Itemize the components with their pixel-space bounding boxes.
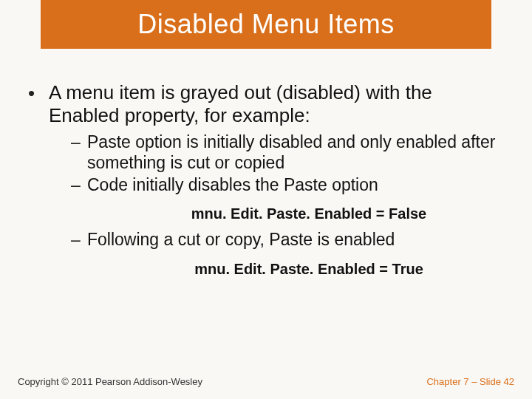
sub-item: – Code initially disables the Paste opti… (71, 175, 504, 196)
bullet-item: • A menu item is grayed out (disabled) w… (28, 81, 504, 126)
sub-text: Following a cut or copy, Paste is enable… (87, 230, 395, 250)
title-bar: Disabled Menu Items (41, 0, 491, 49)
copyright-text: Copyright © 2011 Pearson Addison-Wesley (18, 376, 202, 387)
footer: Copyright © 2011 Pearson Addison-Wesley … (18, 376, 514, 387)
sub-text: Paste option is initially disabled and o… (87, 132, 504, 173)
code-line-1: mnu. Edit. Paste. Enabled = False (71, 205, 504, 222)
slide-content: • A menu item is grayed out (disabled) w… (28, 81, 504, 285)
dash-marker: – (71, 175, 87, 196)
code-line-2: mnu. Edit. Paste. Enabled = True (71, 261, 504, 278)
slide-title: Disabled Menu Items (137, 9, 395, 40)
dash-marker: – (71, 230, 87, 250)
dash-marker: – (71, 132, 87, 153)
sub-item: – Following a cut or copy, Paste is enab… (71, 230, 504, 250)
bullet-marker: • (28, 81, 49, 105)
chapter-text: Chapter 7 – Slide 42 (426, 376, 514, 387)
bullet-text: A menu item is grayed out (disabled) wit… (49, 81, 504, 126)
sub-list: – Paste option is initially disabled and… (71, 132, 504, 277)
sub-text: Code initially disables the Paste option (87, 175, 378, 196)
sub-item: – Paste option is initially disabled and… (71, 132, 504, 173)
